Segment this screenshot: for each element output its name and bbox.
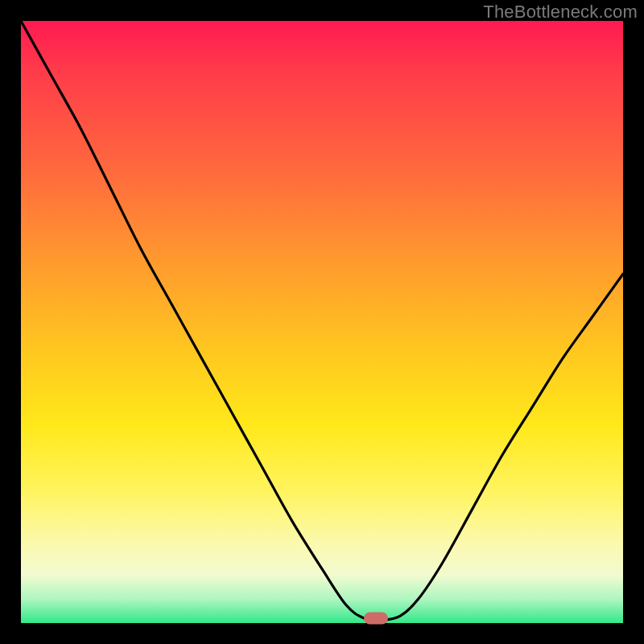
optimum-marker bbox=[364, 613, 388, 625]
bottleneck-curve bbox=[21, 21, 623, 623]
chart-frame: TheBottleneck.com bbox=[0, 0, 644, 644]
attribution-text: TheBottleneck.com bbox=[483, 2, 638, 23]
chart-plot-area bbox=[21, 21, 623, 623]
